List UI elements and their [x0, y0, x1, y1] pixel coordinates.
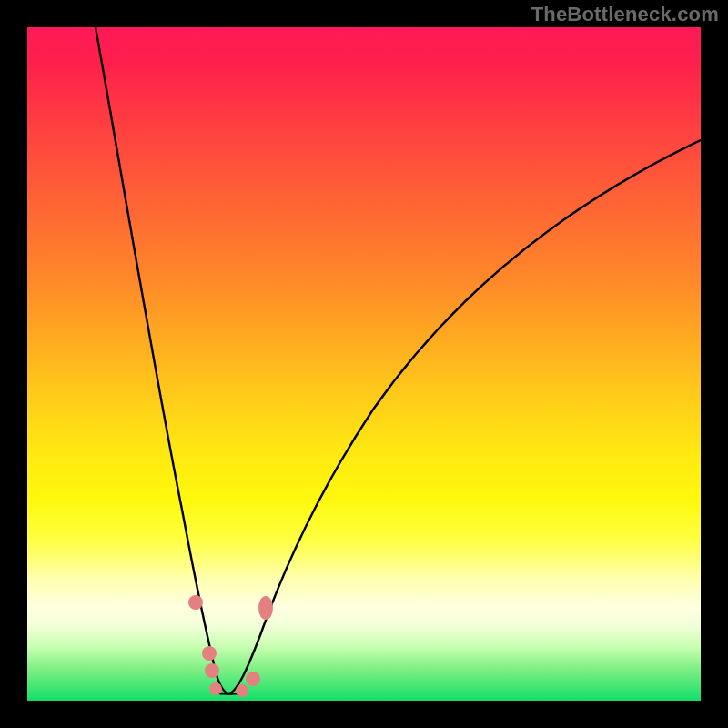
- dot-left-mid: [202, 646, 217, 661]
- curve-left: [96, 27, 229, 693]
- dot-bottom-1: [209, 682, 222, 695]
- dot-bottom-2: [236, 684, 248, 697]
- dot-left-high: [188, 595, 203, 610]
- dot-left-low: [205, 663, 219, 678]
- watermark: TheBottleneck.com: [531, 3, 719, 26]
- dot-right-low: [246, 672, 260, 686]
- plot-area: [27, 27, 701, 701]
- curve-layer: [27, 27, 701, 701]
- oval-right: [258, 596, 273, 620]
- chart-frame: TheBottleneck.com: [0, 0, 728, 728]
- curve-right: [229, 140, 701, 693]
